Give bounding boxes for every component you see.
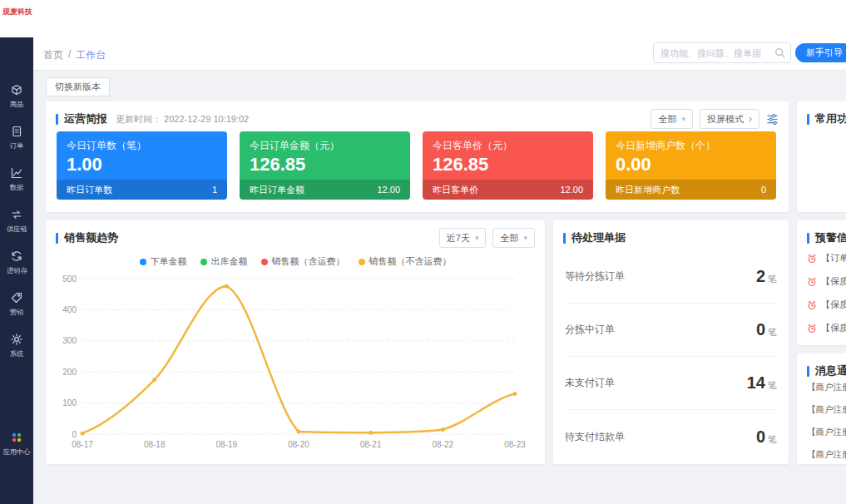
pending-label: 等待分拣订单: [565, 269, 625, 284]
svg-text:08-20: 08-20: [288, 440, 309, 449]
svg-text:300: 300: [62, 336, 77, 345]
legend-item-sales-with-shipping[interactable]: 销售额（含运费）: [261, 255, 345, 268]
sidebar-item-inventory[interactable]: 进销存: [0, 250, 33, 276]
alert-text: 【订单】: [821, 252, 846, 264]
stat-card-today-orders[interactable]: 今日订单数（笔） 1.00 昨日订单数 1: [57, 131, 227, 200]
pending-unit: 笔: [768, 434, 777, 444]
title-accent: [56, 233, 58, 244]
global-search: [653, 42, 791, 63]
title-accent: [807, 114, 809, 125]
briefing-scope-select[interactable]: 全部 ▾: [651, 109, 693, 129]
alarm-icon: [807, 277, 817, 287]
trend-scope-select[interactable]: 全部 ▾: [492, 228, 535, 248]
card-footer-label: 昨日新增商户数: [616, 184, 680, 196]
brand-logo: 观麦科技: [1, 7, 34, 17]
sidebar-label: 应用中心: [2, 447, 30, 457]
pending-count[interactable]: 0: [756, 427, 765, 446]
breadcrumb-current[interactable]: 工作台: [76, 48, 106, 62]
stat-card-avg-price[interactable]: 今日客单价（元） 126.85 昨日客单价 12.00: [423, 131, 593, 200]
select-value: 近7天: [447, 232, 470, 245]
pending-value: 0笔: [756, 427, 777, 447]
sales-trend-panel: 销售额趋势 近7天 ▾ 全部 ▾ 下单金额 出库金额 销售额（含运费） 销售额（…: [46, 220, 545, 464]
chevron-right-icon: ›: [749, 113, 752, 125]
filter-settings-icon[interactable]: [766, 113, 779, 126]
title-accent: [563, 233, 566, 244]
sidebar-item-app-center[interactable]: 应用中心: [0, 431, 33, 457]
svg-text:08-17: 08-17: [72, 440, 93, 449]
card-footer: 昨日客单价 12.00: [423, 180, 593, 200]
update-time: 更新时间： 2022-12-29 10:19:02: [116, 113, 249, 126]
chevron-down-icon: ▾: [681, 115, 685, 123]
search-input[interactable]: [653, 42, 791, 63]
common-functions-title-row: 常用功能: [807, 111, 846, 126]
card-title: 今日订单数（笔）: [67, 139, 146, 153]
card-footer-value: 12.00: [560, 185, 583, 195]
pending-count[interactable]: 2: [756, 267, 765, 285]
stat-cards: 今日订单数（笔） 1.00 昨日订单数 1 今日订单金额（元） 126.85 昨…: [57, 131, 776, 200]
sidebar-item-supply-chain[interactable]: 供应链: [0, 208, 33, 235]
switch-version-button[interactable]: 切换新版本: [46, 77, 110, 96]
sidebar-item-orders[interactable]: 订单: [0, 125, 33, 151]
breadcrumb-separator: /: [68, 48, 71, 62]
app-root: 观麦科技 首页 / 工作台 新手引导 商品 订单 数据 供应链 进: [0, 0, 846, 504]
sidebar-item-goods[interactable]: 商品: [0, 83, 33, 110]
card-value: 1.00: [67, 154, 102, 175]
pending-docs-panel: 待处理单据 等待分拣订单 2笔 分拣中订单 0笔 未支付订单 14笔 待支付结款…: [553, 220, 789, 464]
chart-legend: 下单金额 出库金额 销售额（含运费） 销售额（不含运费）: [46, 255, 545, 268]
card-footer: 昨日新增商户数 0: [606, 180, 776, 200]
newbie-guide-button[interactable]: 新手引导: [795, 43, 846, 62]
card-title: 今日客单价（元）: [433, 139, 512, 153]
breadcrumb: 首页 / 工作台: [43, 48, 106, 62]
trend-range-select[interactable]: 近7天 ▾: [439, 228, 487, 248]
stat-card-today-amount[interactable]: 今日订单金额（元） 126.85 昨日订单金额 12.00: [240, 131, 410, 200]
alerts-title: 预警信息: [815, 230, 846, 245]
pending-row-unpaid-settlements: 待支付结款单 0笔: [565, 410, 777, 463]
alert-item[interactable]: 【订单】: [807, 252, 846, 264]
trend-controls: 近7天 ▾ 全部 ▾: [439, 228, 535, 248]
card-value: 126.85: [433, 154, 488, 175]
pending-value: 2笔: [756, 267, 777, 286]
card-footer: 昨日订单金额 12.00: [240, 180, 410, 200]
notifications-panel: 消息通知 【商户注册】 【商户注册】 【商户注册】 【商户注册】: [797, 353, 846, 464]
pending-title-row: 待处理单据: [563, 230, 626, 245]
pending-count[interactable]: 0: [756, 320, 765, 338]
button-label: 投屏模式: [707, 113, 744, 126]
breadcrumb-home[interactable]: 首页: [43, 48, 63, 62]
search-icon[interactable]: [774, 47, 786, 62]
notification-item[interactable]: 【商户注册】: [807, 427, 846, 438]
select-value: 全部: [500, 232, 518, 245]
common-functions-title: 常用功能: [815, 111, 846, 126]
sidebar-label: 订单: [10, 141, 24, 151]
svg-text:200: 200: [62, 368, 77, 377]
pending-count[interactable]: 14: [747, 373, 765, 392]
notification-item[interactable]: 【商户注册】: [807, 404, 846, 416]
stat-card-new-merchants[interactable]: 今日新增商户数（个） 0.00 昨日新增商户数 0: [606, 131, 776, 200]
svg-text:08-19: 08-19: [216, 440, 238, 449]
svg-text:08-18: 08-18: [144, 440, 166, 449]
title-accent: [56, 114, 58, 125]
title-accent: [807, 366, 809, 377]
pending-unit: 笔: [768, 327, 777, 337]
chevron-down-icon: ▾: [475, 234, 479, 242]
projection-mode-button[interactable]: 投屏模式 ›: [700, 109, 759, 129]
legend-item-sales-without-shipping[interactable]: 销售额（不含运费）: [359, 255, 452, 268]
alert-item[interactable]: 【保质期: [807, 275, 846, 288]
trend-title-row: 销售额趋势: [56, 230, 118, 245]
chevron-down-icon: ▾: [523, 234, 527, 242]
sidebar-item-marketing[interactable]: 营销: [0, 291, 33, 318]
legend-label: 出库金额: [211, 255, 248, 268]
legend-item-outbound-amount[interactable]: 出库金额: [200, 255, 248, 268]
alert-item[interactable]: 【保质期: [807, 322, 846, 334]
legend-label: 销售额（含运费）: [272, 255, 345, 268]
svg-text:400: 400: [62, 305, 77, 314]
notification-item[interactable]: 【商户注册】: [807, 382, 846, 393]
sidebar-item-system[interactable]: 系统: [0, 333, 33, 359]
sidebar-item-data[interactable]: 数据: [0, 166, 33, 193]
sidebar-nav: 商品 订单 数据 供应链 进销存 营销 系统 应用中心: [0, 37, 33, 504]
svg-text:0: 0: [72, 430, 77, 439]
pending-row-unpaid-orders: 未支付订单 14笔: [565, 357, 777, 410]
alert-item[interactable]: 【保质期: [807, 299, 846, 311]
legend-item-order-amount[interactable]: 下单金额: [140, 255, 187, 268]
card-footer-value: 0: [761, 185, 766, 195]
notification-item[interactable]: 【商户注册】: [807, 449, 846, 461]
